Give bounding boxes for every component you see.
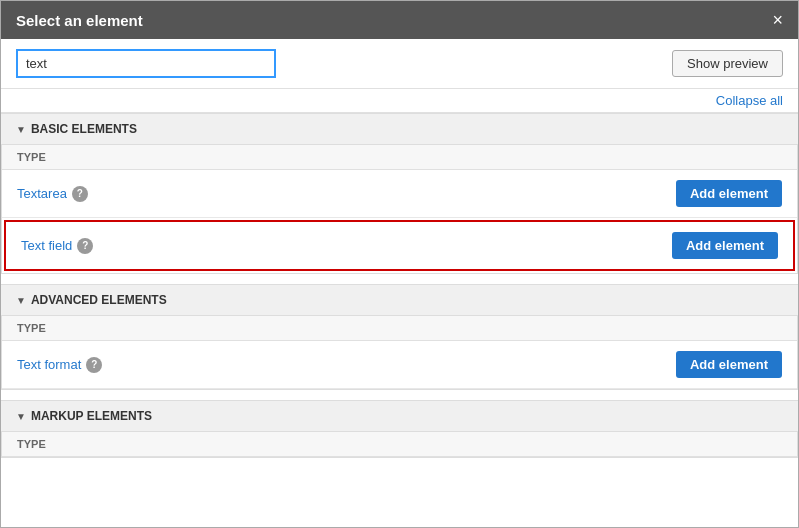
section-content-basic: TYPE Textarea ? Add element Text field ?: [1, 145, 798, 274]
show-preview-button[interactable]: Show preview: [672, 50, 783, 77]
section-content-advanced: TYPE Text format ? Add element: [1, 316, 798, 390]
section-arrow-markup: ▼: [16, 411, 26, 422]
section-header-markup[interactable]: ▼ MARKUP ELEMENTS: [1, 400, 798, 432]
section-arrow-basic: ▼: [16, 124, 26, 135]
section-title-markup: MARKUP ELEMENTS: [31, 409, 152, 423]
section-content-markup: TYPE: [1, 432, 798, 458]
collapse-all-container: Collapse all: [1, 89, 798, 113]
section-basic: ▼ BASIC ELEMENTS TYPE Textarea ? Add ele…: [1, 113, 798, 274]
type-header-advanced: TYPE: [2, 316, 797, 341]
element-name-text-format: Text format ?: [17, 357, 102, 373]
section-title-advanced: ADVANCED ELEMENTS: [31, 293, 167, 307]
element-name-textarea: Textarea ?: [17, 186, 88, 202]
text-format-help-icon[interactable]: ?: [86, 357, 102, 373]
section-advanced: ▼ ADVANCED ELEMENTS TYPE Text format ? A…: [1, 284, 798, 390]
section-header-advanced[interactable]: ▼ ADVANCED ELEMENTS: [1, 284, 798, 316]
textarea-label: Textarea: [17, 186, 67, 201]
text-format-add-button[interactable]: Add element: [676, 351, 782, 378]
section-arrow-advanced: ▼: [16, 295, 26, 306]
textarea-add-button[interactable]: Add element: [676, 180, 782, 207]
text-field-add-button[interactable]: Add element: [672, 232, 778, 259]
element-name-text-field: Text field ?: [21, 238, 93, 254]
text-field-help-icon[interactable]: ?: [77, 238, 93, 254]
search-input[interactable]: [16, 49, 276, 78]
section-header-basic[interactable]: ▼ BASIC ELEMENTS: [1, 113, 798, 145]
modal-toolbar: Show preview: [1, 39, 798, 89]
collapse-all-link[interactable]: Collapse all: [1, 89, 798, 108]
element-row-text-format: Text format ? Add element: [2, 341, 797, 389]
modal-close-button[interactable]: ×: [772, 11, 783, 29]
element-row-textarea: Textarea ? Add element: [2, 170, 797, 218]
element-row-text-field: Text field ? Add element: [4, 220, 795, 271]
modal-title: Select an element: [16, 12, 143, 29]
section-title-basic: BASIC ELEMENTS: [31, 122, 137, 136]
text-format-label: Text format: [17, 357, 81, 372]
type-header-markup: TYPE: [2, 432, 797, 457]
text-field-label: Text field: [21, 238, 72, 253]
select-element-modal: Select an element × Show preview Collaps…: [0, 0, 799, 528]
type-header-basic: TYPE: [2, 145, 797, 170]
modal-header: Select an element ×: [1, 1, 798, 39]
textarea-help-icon[interactable]: ?: [72, 186, 88, 202]
modal-body: ▼ BASIC ELEMENTS TYPE Textarea ? Add ele…: [1, 113, 798, 527]
section-markup: ▼ MARKUP ELEMENTS TYPE: [1, 400, 798, 458]
